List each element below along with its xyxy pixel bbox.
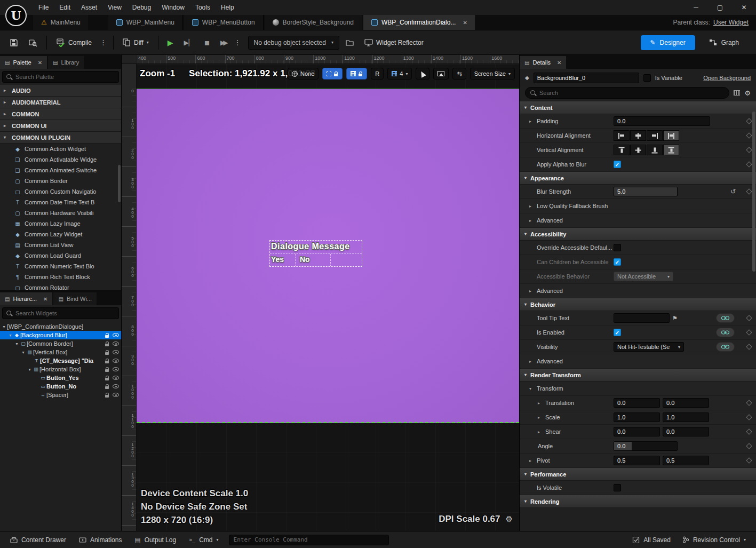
content-drawer-button[interactable]: Content Drawer [4,531,72,548]
tree-row-spacer[interactable]: ↔ [Spacer] [0,391,121,399]
section-appearance[interactable]: ▾Appearance [520,172,756,185]
localization-preview-button[interactable]: None [288,68,319,80]
menu-item[interactable]: Window [156,0,190,15]
expand-arrow-icon[interactable]: ▾ [27,367,33,372]
reset-to-default-icon[interactable] [746,428,752,434]
dpi-settings-gear-icon[interactable]: ⚙ [506,514,513,524]
widget-reflector-button[interactable]: Widget Reflector [360,35,428,51]
pivot-y-input[interactable]: 0.5 [663,456,709,465]
tab-mainmenu[interactable]: ⚠ MainMenu [33,15,89,30]
close-tab-icon[interactable]: ✕ [38,60,42,66]
open-background-link[interactable]: Open Background [703,75,751,81]
tree-row-background-blur[interactable]: ▾ ◆ [Background Blur] [0,331,121,339]
property-row-low-quality-brush[interactable]: ▸Low Quality Fallback Brush [520,199,756,213]
halign-center-button[interactable] [630,130,646,141]
padding-input[interactable]: 0.0 [614,116,710,126]
stop-button[interactable]: ◼ [200,35,214,51]
tab-library[interactable]: ▤ Library [48,56,84,69]
reset-to-default-icon[interactable] [746,188,752,194]
collapse-icon[interactable]: ▾ [529,386,534,391]
tab-wbp-confirmationdialogue[interactable]: WBP_ConfirmationDialo... ✕ [363,15,476,30]
reset-to-default-icon[interactable] [746,161,752,167]
shear-y-input[interactable]: 0.0 [663,427,709,436]
valign-bottom-button[interactable] [647,145,663,155]
section-render-transform[interactable]: ▾Render Transform [520,369,756,382]
cmd-dropdown[interactable]: »_ Cmd ▾ [183,531,224,548]
palette-category-common-ui[interactable]: ▸COMMON UI [0,120,121,132]
valign-fill-button[interactable] [663,145,679,155]
diff-button[interactable]: Diff ▾ [118,35,153,51]
close-button[interactable]: ✕ [732,0,756,15]
undo-icon[interactable]: ↺ [730,188,736,195]
browse-debug-button[interactable] [341,35,358,51]
all-saved-button[interactable]: All Saved [626,531,677,548]
palette-item[interactable]: ◆Common Action Widget [0,144,121,154]
grid-lock-button[interactable] [346,68,367,80]
widget-canvas[interactable]: Dialogue Message Yes No [137,89,519,423]
lock-icon[interactable] [105,367,109,372]
tree-row-horizontal-box[interactable]: ▾ ▥ [Horizontal Box] [0,365,121,374]
scale-y-input[interactable]: 1.0 [663,412,709,422]
expand-icon[interactable]: ▸ [529,458,534,463]
display-options-icon[interactable] [734,90,740,96]
halign-left-button[interactable] [614,130,630,141]
expand-icon[interactable]: ▸ [538,401,543,406]
expand-arrow-icon[interactable]: ▾ [14,341,20,346]
lock-icon[interactable] [105,333,109,338]
visibility-eye-icon[interactable] [113,333,119,337]
palette-item[interactable]: ▦Common Lazy Image [0,218,121,229]
reset-to-default-icon[interactable] [746,118,752,124]
expand-icon[interactable]: ▸ [538,415,543,420]
reset-to-default-icon[interactable] [746,414,752,420]
reset-to-default-icon[interactable] [746,132,752,138]
is-enabled-bind-button[interactable] [716,328,735,337]
lock-icon[interactable] [105,350,109,355]
flip-preview-button[interactable]: ⇆ [452,68,466,80]
reset-to-default-icon[interactable] [746,400,752,406]
palette-category-common[interactable]: ▸COMMON [0,108,121,120]
palette-category-audio[interactable]: ▸AUDIO [0,85,121,97]
menu-item[interactable]: Debug [127,0,156,15]
tree-row-button-no[interactable]: ▭ Button_No [0,382,121,391]
advanced-row-appearance[interactable]: ▸Advanced [520,213,756,228]
advanced-row-behavior[interactable]: ▸Advanced [520,354,756,369]
menu-item[interactable]: File [33,0,54,15]
tab-details[interactable]: ▤ Details ✕ [520,56,566,69]
settings-gear-icon[interactable]: ⚙ [744,89,751,97]
is-volatile-checkbox[interactable] [614,484,621,491]
visibility-eye-icon[interactable] [113,350,119,354]
parent-class-link[interactable]: User Widget [713,19,749,26]
palette-item[interactable]: ◆Common Load Guard [0,250,121,261]
expand-icon[interactable]: ▸ [538,430,543,434]
close-tab-icon[interactable]: ✕ [43,296,47,302]
play-options-icon[interactable]: ⋮ [233,38,243,46]
reset-to-default-icon[interactable] [746,457,752,463]
spacer-widget[interactable] [331,254,362,266]
palette-scrollbar[interactable] [118,165,121,202]
apply-alpha-checkbox[interactable]: ✓ [614,161,621,168]
section-performance[interactable]: ▾Performance [520,468,756,481]
visibility-eye-icon[interactable] [113,376,119,380]
snap-grid-size-button[interactable]: 4 ▾ [387,68,412,80]
dialogue-message-text[interactable]: Dialogue Message [270,241,362,253]
translation-y-input[interactable]: 0.0 [663,398,709,408]
menu-item[interactable]: Asset [76,0,102,15]
minimize-button[interactable]: ─ [684,0,708,15]
details-search-input[interactable] [539,90,725,96]
tree-row-common-border[interactable]: ▾ ▢ [Common Border] [0,339,121,348]
lock-icon[interactable] [105,376,109,380]
pivot-x-input[interactable]: 0.5 [614,456,660,465]
expand-icon[interactable]: ▸ [529,119,534,124]
tab-bind-widgets[interactable]: ▤ Bind Wi... [53,292,97,305]
graph-mode-button[interactable]: Graph [702,35,746,50]
palette-item[interactable]: TCommon Numeric Text Blo [0,261,121,272]
palette-item[interactable]: ▤Common List View [0,240,121,250]
palette-search-input[interactable] [15,74,115,80]
tooltip-text-input[interactable] [614,313,670,323]
section-accessibility[interactable]: ▾Accessibility [520,228,756,241]
preview-background-button[interactable] [433,68,449,80]
translation-x-input[interactable]: 0.0 [614,398,660,408]
play-button[interactable]: ▶ [163,35,178,51]
debug-object-dropdown[interactable]: No debug object selected ▾ [248,36,339,50]
design-surface[interactable]: Dialogue Message Yes No Zoom -1 Selectio… [137,64,519,531]
